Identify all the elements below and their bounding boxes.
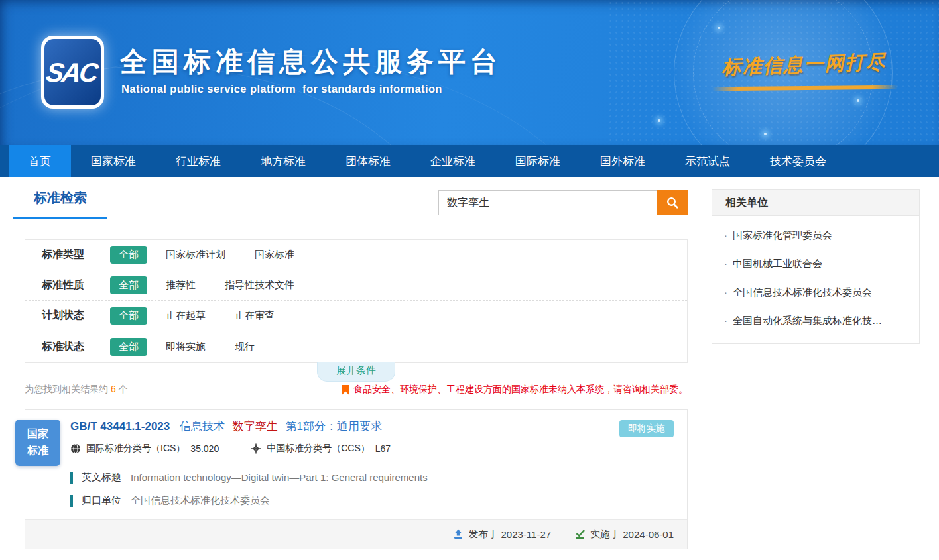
related-unit-machinery-federation[interactable]: · 中国机械工业联合会 [716,250,910,278]
nav-item-home[interactable]: 首页 [9,145,71,177]
compass-icon [251,443,261,454]
site-banner: SAC 全国标准信息公共服务平台 National public service… [0,0,939,145]
results-count-number: 6 [111,384,116,394]
sac-logo-text: SAC [44,58,101,87]
nav-item-technical-committees[interactable]: 技术委员会 [750,145,846,177]
filter-label: 标准状态 [42,340,110,354]
nav-item-group-standards[interactable]: 团体标准 [326,145,410,177]
filter-option[interactable]: 推荐性 [166,279,196,292]
filter-row-standard-status: 标准状态 全部 即将实施 现行 [25,331,687,362]
nav-item-national-standards[interactable]: 国家标准 [71,145,156,177]
main-content: 标准检索 标准类型 全部 国家标准计划 国家标准 标准性质 全 [0,177,939,549]
filter-label: 标准性质 [42,278,110,292]
status-badge: 即将实施 [619,420,674,437]
slogan-underline [712,85,898,91]
filter-label: 标准类型 [42,248,110,262]
card-divider [70,463,674,463]
related-unit-label: 国家标准化管理委员会 [733,229,832,242]
standard-title-rest[interactable]: 第1部分：通用要求 [285,420,381,433]
upload-arrow-icon [453,529,464,539]
filter-all-button[interactable]: 全部 [110,276,147,294]
filter-label: 计划状态 [42,309,110,323]
ccs-label: 中国标准分类号（CCS） [267,443,370,455]
ics-classification: 国际标准分类号（ICS） 35.020 [70,443,219,455]
globe-icon [70,443,81,454]
results-summary-line: 为您找到相关结果约6个 食品安全、环境保护、工程建设方面的国家标准未纳入本系统，… [25,384,688,396]
committee-row: 归口单位 全国信息技术标准化技术委员会 [70,494,687,507]
implemented-label: 实施于 [590,528,620,541]
check-icon [575,529,586,539]
standard-title-segment[interactable]: 信息技术 [180,420,225,433]
main-nav: 首页 国家标准 行业标准 地方标准 团体标准 企业标准 国际标准 国外标准 示范… [0,145,939,177]
nav-item-enterprise-standards[interactable]: 企业标准 [410,145,495,177]
filter-option[interactable]: 正在审查 [235,309,275,322]
bullet-dot: · [724,229,727,241]
standard-code[interactable]: GB/T 43441.1-2023 [70,420,170,433]
filter-all-button[interactable]: 全部 [110,307,147,325]
english-title-value: Information technology—Digital twin—Part… [131,472,428,483]
slogan-block: 标准信息一网打尽 [701,48,908,94]
bookmark-icon [342,385,349,395]
related-unit-label: 全国自动化系统与集成标准化技… [733,315,882,327]
related-unit-it-standardization[interactable]: · 全国信息技术标准化技术委员会 [716,278,910,307]
notice-text: 食品安全、环境保护、工程建设方面的国家标准未纳入本系统，请咨询相关部委。 [353,384,688,396]
search-box [438,190,688,215]
sparkle-decoration [718,27,720,29]
sac-logo[interactable]: SAC [41,36,104,109]
sparkle-decoration [857,99,859,102]
sac-logo-background: SAC [44,39,101,105]
magnifier-icon [666,196,679,209]
filter-row-standard-nature: 标准性质 全部 推荐性 指导性技术文件 [25,270,687,301]
highlighted-keyword[interactable]: 数字孪生 [233,420,278,433]
standard-result-card: 国家 标准 GB/T 43441.1-2023 信息技术 数字孪生 第1部分：通… [25,409,688,549]
results-count-suffix: 个 [119,384,128,394]
related-units-panel: 相关单位 · 国家标准化管理委员会 · 中国机械工业联合会 · 全国信息技术标准… [712,189,920,344]
expand-conditions-button[interactable]: 展开条件 [317,362,395,382]
nav-item-local-standards[interactable]: 地方标准 [241,145,326,177]
sparkle-decoration [658,119,660,122]
nav-item-industry-standards[interactable]: 行业标准 [156,145,241,177]
published-date-item: 发布于 2023-11-27 [453,528,551,541]
filter-option[interactable]: 现行 [235,341,255,353]
nav-item-pilot-demo[interactable]: 示范试点 [665,145,750,177]
nav-item-international-standards[interactable]: 国际标准 [495,145,580,177]
filter-option[interactable]: 国家标准计划 [166,249,225,261]
teal-marker-bar [70,495,73,507]
badge-line2: 标准 [27,443,48,459]
bullet-dot: · [724,286,727,298]
search-input[interactable] [438,190,657,215]
standard-title-link[interactable]: GB/T 43441.1-2023 信息技术 数字孪生 第1部分：通用要求 [70,419,687,434]
filter-all-button[interactable]: 全部 [110,338,147,356]
related-unit-label: 全国信息技术标准化技术委员会 [733,286,872,299]
ics-label: 国际标准分类号（ICS） [86,443,185,455]
system-notice: 食品安全、环境保护、工程建设方面的国家标准未纳入本系统，请咨询相关部委。 [342,384,688,396]
related-unit-sac[interactable]: · 国家标准化管理委员会 [716,221,910,250]
card-footer: 发布于 2023-11-27 实施于 2024-06-01 [25,519,687,549]
related-units-list: · 国家标准化管理委员会 · 中国机械工业联合会 · 全国信息技术标准化技术委员… [712,216,919,343]
filter-option[interactable]: 指导性技术文件 [225,279,294,292]
committee-value: 全国信息技术标准化技术委员会 [131,494,270,507]
filter-all-button[interactable]: 全部 [110,246,147,264]
filter-option[interactable]: 正在起草 [166,309,206,322]
related-unit-automation-systems[interactable]: · 全国自动化系统与集成标准化技… [716,307,910,335]
search-button[interactable] [657,190,688,215]
filter-option[interactable]: 国家标准 [255,249,294,261]
national-standard-badge: 国家 标准 [15,420,60,466]
classification-row: 国际标准分类号（ICS） 35.020 中国标准分类号（CCS） L67 [70,443,687,455]
english-title-row: 英文标题 Information technology—Digital twin… [70,471,687,484]
published-date: 2023-11-27 [501,529,551,540]
ccs-value: L67 [375,443,391,454]
published-label: 发布于 [468,528,498,541]
filter-option[interactable]: 即将实施 [166,341,206,353]
search-section-header: 标准检索 [25,189,688,229]
expand-conditions-wrap: 展开条件 [25,362,688,380]
filter-row-standard-type: 标准类型 全部 国家标准计划 国家标准 [25,240,687,270]
ccs-classification: 中国标准分类号（CCS） L67 [251,443,391,455]
nav-item-foreign-standards[interactable]: 国外标准 [580,145,665,177]
bullet-dot: · [724,315,727,326]
english-title-label: 英文标题 [82,471,121,484]
site-subtitle: National public service platform for sta… [121,83,442,95]
results-count: 为您找到相关结果约6个 [25,384,128,396]
bullet-dot: · [724,258,727,269]
results-count-prefix: 为您找到相关结果约 [25,384,108,394]
